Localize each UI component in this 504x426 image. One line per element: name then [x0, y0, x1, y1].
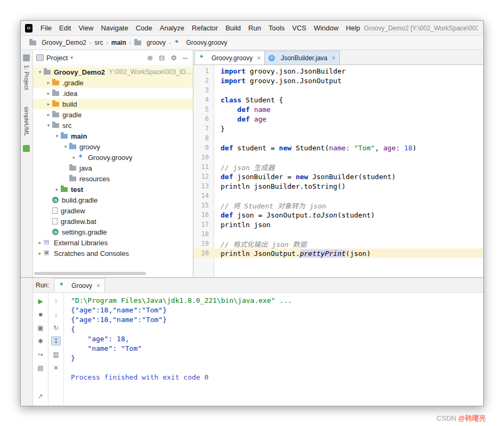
code-line-20[interactable]: 20println JsonOutput.prettyPrint(json) [193, 248, 483, 258]
tree-row-gradle[interactable]: ▸gradle [33, 109, 193, 120]
tree-row-groovy[interactable]: ▾groovy [33, 141, 193, 152]
chevron-down-icon[interactable]: ▾ [36, 69, 44, 75]
code-line-6[interactable]: 6 def age [193, 114, 483, 124]
menu-vcs[interactable]: VCS [288, 24, 310, 32]
code-line-16[interactable]: 16def json = JsonOutput.toJson(student) [193, 210, 483, 220]
tree-row-gradle[interactable]: ▸.gradle [33, 77, 193, 88]
run-console[interactable]: "D:\Program Files\Java\jdk1.8.0_221\bin\… [64, 293, 483, 406]
tree-row-gradlew-bat[interactable]: gradlew.bat [33, 216, 193, 227]
simpleuml-plugin-icon[interactable] [23, 145, 30, 152]
print-icon[interactable]: ▥ [51, 350, 61, 359]
profiler-icon[interactable]: ✱ [36, 336, 45, 345]
chevron-down-icon[interactable]: ▾ [62, 144, 69, 149]
menu-build[interactable]: Build [222, 24, 245, 32]
tree-row-build-gradle[interactable]: build.gradle [33, 195, 193, 205]
tree-row-main[interactable]: ▾main [33, 131, 193, 141]
settings-icon[interactable]: ⚙ [170, 54, 177, 62]
restore-layout-icon[interactable]: ▤ [36, 363, 45, 372]
editor-tab-jsonbuilder-java[interactable]: JsonBuilder.java× [264, 51, 339, 65]
scroll-to-end-icon[interactable]: ↧ [51, 336, 61, 345]
menu-navigate[interactable]: Navigate [97, 24, 132, 32]
chevron-right-icon[interactable]: ▸ [36, 251, 44, 256]
tree-row-groovy-demo2[interactable]: ▾Groovy_Demo2Y:\002_WorkSpace\003_IDEA [33, 67, 193, 77]
menu-help[interactable]: Help [342, 24, 364, 32]
tree-row-resources[interactable]: resources [33, 173, 193, 184]
next-trace-icon[interactable]: ↓ [51, 310, 61, 319]
prev-trace-icon[interactable]: ↑ [51, 296, 61, 306]
chevron-right-icon[interactable]: ▸ [45, 101, 52, 107]
close-icon[interactable]: × [257, 54, 261, 62]
tree-row-test[interactable]: ▸test [33, 184, 193, 195]
tree-row-external-libraries[interactable]: ▸External Libraries [33, 237, 193, 248]
stop-icon[interactable]: ■ [36, 310, 45, 319]
breadcrumb-item-groovy-demo2[interactable]: Groovy_Demo2 [28, 39, 87, 46]
tree-row-gradlew[interactable]: gradlew [33, 205, 193, 216]
tree-row-scratches-and-consoles[interactable]: ▸Scratches and Consoles [33, 248, 193, 259]
soft-wrap-icon[interactable]: ↻ [51, 323, 61, 332]
locate-icon[interactable]: ⊕ [147, 54, 153, 62]
code-line-18[interactable]: 18 [193, 229, 483, 239]
rerun-icon[interactable]: ▶ [36, 296, 45, 306]
menu-view[interactable]: View [75, 24, 97, 32]
breadcrumb-item-src[interactable]: src [93, 39, 104, 46]
code-line-1[interactable]: 1import groovy.json.JsonBuilder [193, 66, 483, 76]
breadcrumb-item-groovy[interactable]: groovy [133, 39, 167, 46]
exit-icon[interactable]: ↪ [36, 350, 45, 359]
hide-panel-icon[interactable]: ─ [183, 54, 188, 62]
code-line-3[interactable]: 3 [193, 85, 483, 95]
tree-row-settings-gradle[interactable]: settings.gradle [33, 227, 193, 237]
horizontal-scrollbar[interactable] [34, 272, 190, 276]
chevron-down-icon[interactable]: ▾ [70, 55, 73, 60]
chevron-right-icon[interactable]: ▸ [45, 80, 52, 85]
tree-row-build[interactable]: ▸build [33, 99, 193, 109]
chevron-right-icon[interactable]: ▸ [36, 240, 44, 245]
code-line-19[interactable]: 19// 格式化输出 json 数据 [193, 239, 483, 248]
close-icon[interactable]: × [332, 54, 336, 62]
close-icon[interactable]: × [96, 282, 100, 290]
code-line-10[interactable]: 10 [193, 152, 483, 162]
code-line-9[interactable]: 9def student = new Student(name: "Tom", … [193, 143, 483, 152]
chevron-right-icon[interactable]: ▸ [45, 91, 52, 96]
menu-run[interactable]: Run [245, 24, 265, 32]
code-line-7[interactable]: 7} [193, 124, 483, 133]
menu-file[interactable]: File [37, 24, 55, 32]
collapse-all-icon[interactable]: ⊟ [159, 54, 165, 62]
chevron-right-icon[interactable]: ▸ [53, 187, 61, 192]
tool-window-button-simpleuml[interactable]: simpleUML [23, 107, 30, 136]
menu-code[interactable]: Code [132, 24, 156, 32]
menu-tools[interactable]: Tools [265, 24, 288, 32]
menu-window[interactable]: Window [310, 24, 342, 32]
dump-threads-icon[interactable]: ▣ [36, 323, 45, 332]
breadcrumb-item-main[interactable]: main [110, 39, 127, 46]
code-line-12[interactable]: 12def jsonBuilder = new JsonBuilder(stud… [193, 172, 483, 181]
code-line-11[interactable]: 11// json 生成器 [193, 162, 483, 172]
scrollbar-thumb[interactable] [34, 272, 146, 275]
code-line-14[interactable]: 14 [193, 191, 483, 200]
project-tool-icon[interactable] [23, 54, 30, 61]
editor-tab-groovy-groovy[interactable]: Groovy.groovy× [194, 51, 265, 65]
chevron-right-icon[interactable]: ▸ [70, 155, 78, 160]
run-tab-groovy[interactable]: Groovy × [54, 278, 105, 292]
code-line-4[interactable]: 4class Student { [193, 95, 483, 105]
code-editor[interactable]: 1import groovy.json.JsonBuilder2import g… [193, 65, 483, 277]
tool-window-button-project[interactable]: 1: Project [23, 65, 30, 90]
tree-row-java[interactable]: java [33, 163, 193, 173]
tree-row-groovy-groovy[interactable]: ▸Groovy.groovy [33, 152, 193, 163]
code-line-17[interactable]: 17println json [193, 220, 483, 229]
code-line-8[interactable]: 8 [193, 133, 483, 143]
code-line-5[interactable]: 5 def name [193, 105, 483, 114]
pin-icon[interactable]: ↗ [36, 391, 45, 400]
clear-all-icon[interactable]: ✕ [51, 363, 61, 372]
code-line-13[interactable]: 13println jsonBuilder.toString() [193, 181, 483, 191]
menu-edit[interactable]: Edit [55, 24, 75, 32]
menu-analyze[interactable]: Analyze [156, 24, 188, 32]
code-line-2[interactable]: 2import groovy.json.JsonOutput [193, 76, 483, 85]
chevron-down-icon[interactable]: ▾ [45, 123, 52, 128]
code-line-15[interactable]: 15// 将 Student 对象转为 json [193, 200, 483, 210]
project-view-selector[interactable]: Project [46, 54, 68, 62]
tree-row-idea[interactable]: ▸.idea [33, 88, 193, 99]
breadcrumb-item-groovy-groovy[interactable]: Groovy.groovy [173, 39, 228, 46]
chevron-right-icon[interactable]: ▸ [45, 112, 52, 117]
menu-refactor[interactable]: Refactor [188, 24, 222, 32]
chevron-down-icon[interactable]: ▾ [53, 133, 61, 139]
